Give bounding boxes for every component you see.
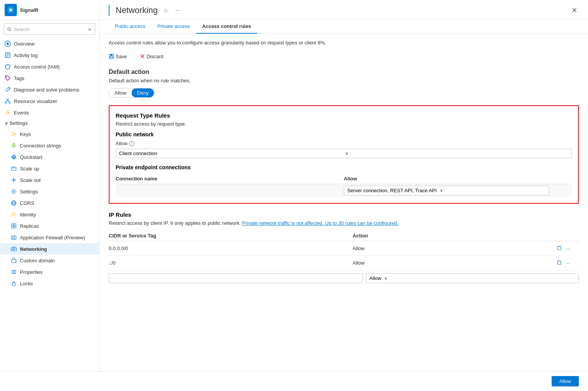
settings-section-label[interactable]: ∨ Settings	[0, 118, 99, 128]
rules-box-title: Request Type Rules	[116, 112, 572, 119]
default-action-toggle[interactable]: Allow Deny	[109, 88, 154, 98]
sidebar-item-networking[interactable]: Networking	[0, 243, 99, 255]
app-name: SignalR	[20, 7, 38, 13]
sidebar-item-label: Application Firewall (Preview)	[20, 235, 85, 240]
sidebar-item-label: Scale out	[20, 177, 41, 183]
search-box[interactable]: »	[4, 23, 95, 35]
toggle-allow[interactable]: Allow	[109, 88, 132, 97]
sidebar-item-scale-out[interactable]: Scale out	[0, 174, 99, 186]
discard-button[interactable]: Discard	[140, 54, 163, 59]
sidebar-item-custom-domain[interactable]: Custom domain	[0, 255, 99, 266]
sidebar-item-scale-up[interactable]: Scale up	[0, 163, 99, 174]
discard-icon	[140, 54, 145, 59]
svg-rect-43	[11, 248, 16, 251]
allow-button[interactable]: Allow	[552, 376, 579, 386]
sidebar-item-identity[interactable]: Identity	[0, 209, 99, 220]
quickstart-icon	[11, 154, 17, 160]
ip-input-row: Allow ∨	[109, 270, 579, 286]
allow-label: Allow i	[116, 141, 572, 146]
search-icon	[7, 27, 11, 32]
sidebar-item-label: Networking	[20, 246, 47, 252]
sidebar-item-access-control[interactable]: Access control (IAM)	[0, 61, 99, 72]
private-endpoint-title: Private endpoint connections	[116, 164, 572, 170]
bolt-icon	[5, 110, 11, 116]
sidebar-item-label: Diagnose and solve problems	[14, 87, 79, 93]
properties-icon	[11, 269, 17, 275]
discard-label: Discard	[147, 54, 163, 59]
sidebar-item-activity-log[interactable]: Activity log	[0, 49, 99, 61]
action-value: Allow	[353, 260, 556, 266]
tabs-bar: Public access Private access Access cont…	[100, 20, 588, 34]
svg-point-21	[11, 133, 15, 136]
svg-rect-4	[10, 12, 11, 14]
replicas-icon	[11, 223, 17, 229]
allow-dropdown[interactable]: Server connection, REST API, Trace API ∨	[344, 186, 549, 195]
ip-rules-link[interactable]: Private network traffic is not affected.…	[242, 220, 399, 226]
favorite-button[interactable]: ☆	[162, 5, 170, 16]
sidebar-item-cors[interactable]: CORS	[0, 197, 99, 209]
sidebar-item-label: Identity	[20, 212, 36, 218]
col-header-name: Connection name	[116, 176, 344, 182]
sidebar-item-tags[interactable]: Tags	[0, 72, 99, 84]
more-options-row-button[interactable]: ···	[565, 259, 571, 267]
ip-rules-desc-text: Restrict access by client IP. It only ap…	[109, 220, 241, 226]
delete-row-button[interactable]	[556, 244, 563, 252]
delete-row-button[interactable]	[556, 259, 563, 267]
allow-value-cell: Server connection, REST API, Trace API ∨	[344, 186, 572, 195]
sidebar-item-events[interactable]: Events	[0, 107, 99, 118]
dropdown-value: Server connection, REST API, Trace API	[347, 188, 437, 193]
ip-rules-title: IP Rules	[109, 211, 579, 218]
save-button[interactable]: Save	[109, 54, 127, 59]
sidebar-item-label: Tags	[14, 75, 24, 81]
col-cidr: CIDR or Service Tag	[109, 233, 353, 239]
svg-rect-3	[10, 7, 11, 8]
collapse-button[interactable]: »	[87, 25, 92, 33]
more-options-row-button[interactable]: ···	[565, 244, 571, 252]
main-header: Networking ☆ ··· ✕	[100, 0, 588, 20]
sidebar-item-label: Custom domain	[20, 258, 55, 263]
client-connection-dropdown[interactable]: Client connection ∨	[116, 149, 572, 158]
col-header-allow: Allow	[344, 176, 572, 182]
svg-rect-25	[13, 143, 15, 145]
cidr-input[interactable]	[109, 273, 363, 283]
tab-access-control-rules[interactable]: Access control rules	[196, 20, 257, 34]
close-button[interactable]: ✕	[570, 5, 579, 16]
ip-rules-desc: Restrict access by client IP. It only ap…	[109, 220, 579, 226]
sidebar-item-quickstart[interactable]: Quickstart	[0, 151, 99, 163]
sidebar-item-label: Access control (IAM)	[14, 64, 60, 70]
sidebar-item-connection-strings[interactable]: Connection strings	[0, 140, 99, 151]
firewall-icon	[11, 234, 17, 240]
default-action-desc: Default action when no rule matches.	[109, 78, 579, 83]
info-icon[interactable]: i	[129, 141, 134, 146]
chevron-down-icon: ∨	[345, 151, 568, 156]
overview-icon	[5, 41, 11, 47]
search-input[interactable]	[14, 26, 85, 32]
sidebar-item-replicas[interactable]: Replicas	[0, 220, 99, 232]
tab-private-access[interactable]: Private access	[151, 20, 196, 34]
action-dropdown[interactable]: Allow ∨	[366, 273, 579, 283]
sidebar-item-locks[interactable]: Locks	[0, 278, 99, 289]
toggle-deny[interactable]: Deny	[132, 88, 154, 97]
dropdown-value: Client connection	[119, 151, 342, 156]
more-options-button[interactable]: ···	[174, 5, 182, 15]
svg-point-15	[6, 77, 7, 77]
page-title: Networking	[116, 5, 158, 15]
svg-rect-5	[7, 10, 9, 10]
sidebar-item-diagnose[interactable]: Diagnose and solve problems	[0, 84, 99, 95]
svg-point-16	[7, 99, 8, 100]
chevron-down-icon: ∨	[384, 276, 387, 281]
sidebar-item-label: Keys	[20, 131, 31, 137]
default-action-title: Default action	[109, 69, 579, 75]
sidebar-item-properties[interactable]: Properties	[0, 266, 99, 278]
sidebar-item-overview[interactable]: Overview	[0, 38, 99, 49]
svg-line-20	[8, 100, 10, 102]
sidebar-item-resource-visualizer[interactable]: Resource visualizer	[0, 95, 99, 107]
sidebar-item-settings[interactable]: Settings	[0, 186, 99, 197]
private-endpoint-table-header: Connection name Allow	[116, 173, 572, 184]
tab-public-access[interactable]: Public access	[109, 20, 151, 34]
sidebar-item-app-firewall[interactable]: Application Firewall (Preview)	[0, 232, 99, 243]
sidebar-item-label: Events	[14, 110, 29, 116]
sidebar-item-keys[interactable]: Keys	[0, 128, 99, 140]
network-icon	[5, 98, 11, 104]
svg-rect-38	[11, 226, 13, 228]
